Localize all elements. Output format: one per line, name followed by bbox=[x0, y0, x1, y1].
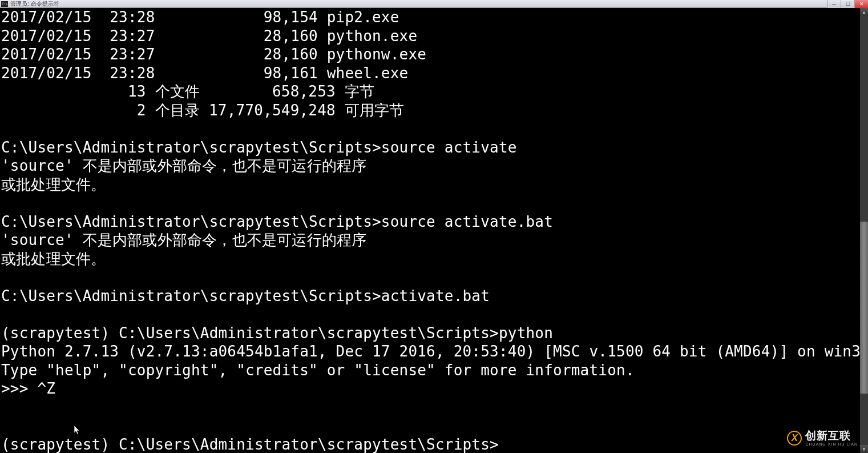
watermark-circle-icon: X bbox=[787, 431, 802, 446]
window-controls: ─ ☐ ✕ bbox=[827, 0, 868, 8]
watermark-en-text: CHUANG XIN HU LIAN bbox=[805, 442, 858, 446]
window-titlebar[interactable]: C:\ 管理员: 命令提示符 ─ ☐ ✕ bbox=[0, 0, 868, 8]
scroll-down-arrow[interactable]: ▼ bbox=[860, 445, 868, 453]
scroll-up-arrow[interactable]: ▲ bbox=[860, 8, 868, 16]
scroll-track[interactable] bbox=[860, 16, 868, 445]
terminal-output[interactable]: 2017/02/15 23:28 98,154 pip2.exe 2017/02… bbox=[0, 8, 868, 453]
watermark-text: 创新互联 CHUANG XIN HU LIAN bbox=[805, 430, 858, 446]
watermark-cn-text: 创新互联 bbox=[805, 430, 858, 441]
watermark-x-icon: X bbox=[792, 432, 798, 444]
cmd-icon: C:\ bbox=[1, 1, 8, 7]
maximize-button[interactable]: ☐ bbox=[841, 0, 854, 8]
terminal-scrollbar[interactable]: ▲ ▼ bbox=[860, 8, 868, 453]
scroll-thumb[interactable] bbox=[860, 222, 868, 393]
watermark-logo-group: X 创新互联 CHUANG XIN HU LIAN bbox=[787, 430, 858, 446]
minimize-button[interactable]: ─ bbox=[827, 0, 841, 8]
window-title: 管理员: 命令提示符 bbox=[10, 0, 59, 8]
close-button[interactable]: ✕ bbox=[854, 0, 868, 8]
